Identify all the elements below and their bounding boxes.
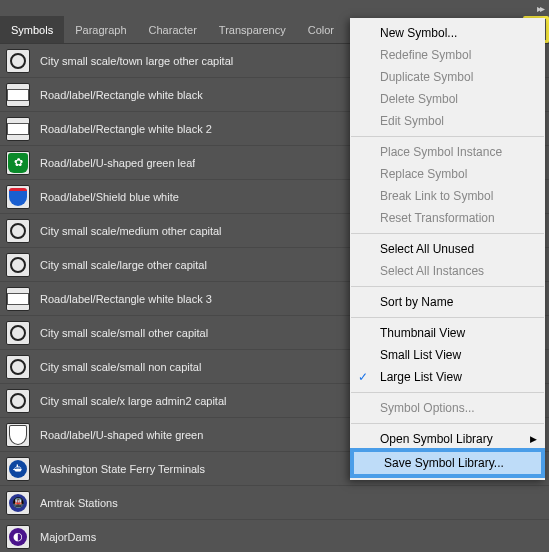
check-icon: ✓ [358, 370, 368, 384]
tab-paragraph[interactable]: Paragraph [64, 16, 137, 43]
symbol-label: City small scale/town large other capita… [40, 55, 233, 67]
menu-item: Replace Symbol [350, 163, 545, 185]
symbol-thumbnail [6, 423, 30, 447]
panel-header-strip: ▸▸ [0, 0, 549, 16]
menu-separator [351, 233, 544, 234]
menu-item[interactable]: Sort by Name [350, 291, 545, 313]
symbol-row[interactable]: 🚇Amtrak Stations [0, 486, 549, 520]
menu-item-label: Open Symbol Library [380, 432, 493, 446]
menu-item[interactable]: Small List View [350, 344, 545, 366]
symbol-label: City small scale/large other capital [40, 259, 207, 271]
symbol-label: Washington State Ferry Terminals [40, 463, 205, 475]
menu-item: Break Link to Symbol [350, 185, 545, 207]
menu-item-label: Save Symbol Library... [384, 456, 504, 470]
menu-item-label: Edit Symbol [380, 114, 444, 128]
menu-item-label: Delete Symbol [380, 92, 458, 106]
menu-item-label: Replace Symbol [380, 167, 467, 181]
symbol-label: Amtrak Stations [40, 497, 118, 509]
menu-item: Delete Symbol [350, 88, 545, 110]
menu-item-label: Small List View [380, 348, 461, 362]
menu-separator [351, 423, 544, 424]
symbol-label: Road/label/Rectangle white black 2 [40, 123, 212, 135]
symbol-label: City small scale/small other capital [40, 327, 208, 339]
symbol-thumbnail [6, 185, 30, 209]
menu-item-label: Large List View [380, 370, 462, 384]
submenu-arrow-icon: ▶ [530, 434, 537, 444]
symbol-label: City small scale/small non capital [40, 361, 201, 373]
symbol-thumbnail [6, 49, 30, 73]
menu-item-label: Break Link to Symbol [380, 189, 493, 203]
menu-item[interactable]: Select All Unused [350, 238, 545, 260]
menu-item-label: Redefine Symbol [380, 48, 471, 62]
symbol-label: Road/label/U-shaped white green [40, 429, 203, 441]
symbol-thumbnail [6, 151, 30, 175]
menu-item: Symbol Options... [350, 397, 545, 419]
menu-item[interactable]: ✓Large List View [350, 366, 545, 388]
menu-item-label: Select All Instances [380, 264, 484, 278]
menu-item-label: Sort by Name [380, 295, 453, 309]
menu-item: Edit Symbol [350, 110, 545, 132]
symbol-thumbnail: 🚇 [6, 491, 30, 515]
symbol-thumbnail: ⛴ [6, 457, 30, 481]
menu-item: Redefine Symbol [350, 44, 545, 66]
symbol-thumbnail [6, 287, 30, 311]
symbol-label: City small scale/medium other capital [40, 225, 222, 237]
symbol-label: Road/label/U-shaped green leaf [40, 157, 195, 169]
menu-item[interactable]: Thumbnail View [350, 322, 545, 344]
menu-item-label: New Symbol... [380, 26, 457, 40]
symbol-thumbnail [6, 253, 30, 277]
symbol-thumbnail [6, 219, 30, 243]
menu-item[interactable]: Open Symbol Library▶ [350, 428, 545, 450]
menu-item[interactable]: New Symbol... [350, 22, 545, 44]
symbol-row[interactable]: ◐MajorDams [0, 520, 549, 552]
symbol-label: Road/label/Rectangle white black [40, 89, 203, 101]
panel-flyout-menu: New Symbol...Redefine SymbolDuplicate Sy… [350, 18, 545, 480]
symbol-thumbnail [6, 321, 30, 345]
menu-item-label: Thumbnail View [380, 326, 465, 340]
tab-transparency[interactable]: Transparency [208, 16, 297, 43]
symbol-thumbnail [6, 117, 30, 141]
tab-color[interactable]: Color [297, 16, 345, 43]
menu-item: Duplicate Symbol [350, 66, 545, 88]
menu-item-label: Select All Unused [380, 242, 474, 256]
symbol-thumbnail [6, 389, 30, 413]
menu-item-label: Reset Transformation [380, 211, 495, 225]
menu-item: Reset Transformation [350, 207, 545, 229]
menu-item[interactable]: Save Symbol Library... [350, 448, 545, 478]
menu-item-label: Duplicate Symbol [380, 70, 473, 84]
menu-item-label: Place Symbol Instance [380, 145, 502, 159]
menu-item-label: Symbol Options... [380, 401, 475, 415]
symbol-thumbnail [6, 355, 30, 379]
menu-item: Place Symbol Instance [350, 141, 545, 163]
symbol-thumbnail: ◐ [6, 525, 30, 549]
tab-symbols[interactable]: Symbols [0, 16, 64, 43]
menu-item: Select All Instances [350, 260, 545, 282]
symbol-thumbnail [6, 83, 30, 107]
symbol-label: MajorDams [40, 531, 96, 543]
tab-character[interactable]: Character [138, 16, 208, 43]
menu-separator [351, 392, 544, 393]
symbol-label: Road/label/Rectangle white black 3 [40, 293, 212, 305]
menu-separator [351, 136, 544, 137]
menu-separator [351, 317, 544, 318]
menu-separator [351, 286, 544, 287]
symbol-label: Road/label/Shield blue white [40, 191, 179, 203]
expand-icon[interactable]: ▸▸ [537, 3, 543, 14]
symbol-label: City small scale/x large admin2 capital [40, 395, 226, 407]
